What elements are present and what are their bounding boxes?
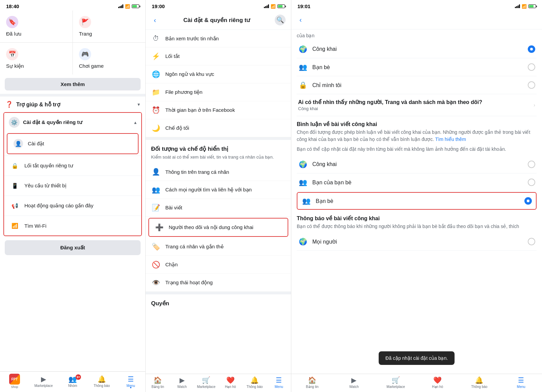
radio-friends-bottom-highlighted[interactable]: 👥 Bạn bè [297,192,537,210]
cach-moi-nguoi-row[interactable]: 👥 Cách mọi người tìm và liên hệ với bạn [146,181,291,199]
back-button-3[interactable]: ‹ [297,15,305,25]
grid-item-saved[interactable]: 🔖 Đã lưu [0,11,72,42]
nav-home-2[interactable]: 🏠 Bảng tin [146,376,170,389]
settings-section-header[interactable]: ⚙️ Cài đặt & quyền riêng tư ▴ [4,113,141,132]
chan-row[interactable]: 🚫 Chặn [146,256,291,274]
public-radio-bottom[interactable] [528,161,535,168]
nav-watch-1[interactable]: ▶ Marketplace [29,375,58,388]
status-bar-2: 19:00 📶 [146,0,291,11]
nguoi-theo-doi-label: Người theo dõi và nội dung công khai [169,224,253,230]
panel2-title: Cài đặt & quyền riêng tư [183,17,250,24]
radio-everyone-bottom[interactable]: 🌍 Mọi người [297,233,537,251]
nguoi-theo-doi-row[interactable]: ➕ Người theo dõi và nội dung công khai [149,219,288,236]
settings-section-container: ⚙️ Cài đặt & quyền riêng tư ▴ 👤 Cài đặt … [3,112,142,236]
chan-label: Chặn [165,262,178,268]
grid-item-game[interactable]: 🎮 Chơi game [73,43,145,75]
bai-viet-row[interactable]: 📝 Bài viết [146,199,291,217]
radio-fof-bottom[interactable]: 👥 Bạn của bạn bè [297,173,537,191]
radio-public-top[interactable]: 🌍 Công khai [297,40,537,58]
public-label-bottom: Công khai [312,161,528,167]
che-do-toi-row[interactable]: 🌙 Chế độ tối [146,119,291,137]
page-icon: 🚩 [79,16,91,28]
back-button-2[interactable]: ‹ [151,15,159,25]
saved-icon: 🔖 [6,16,18,28]
thong-tin-row[interactable]: 👤 Thông tin trên trang cá nhân [146,163,291,181]
nav-marketplace-3[interactable]: 🛒 Marketplace [375,376,417,389]
radio-public-bottom[interactable]: 🌍 Công khai [297,156,537,173]
friends-radio-bottom[interactable] [524,197,532,205]
nav-dating-3[interactable]: ❤️ Hẹn hò [417,376,458,389]
page-label: Trang [79,31,92,37]
file-row[interactable]: 📁 File phương tiện [146,83,291,101]
menu-grid: 🔖 Đã lưu 🚩 Trang 📅 Sự kiện 🎮 Chơi game [0,11,145,75]
radio-friends-top[interactable]: 👥 Bạn bè [297,58,537,76]
watch-icon-3: ▶ [351,376,356,384]
see-more-button[interactable]: Xem thêm [5,78,141,90]
wifi-item[interactable]: 📶 Tìm Wi-Fi [4,215,141,235]
dating-icon-3: ❤️ [433,376,442,384]
loi-tat-item[interactable]: 🔒 Lối tắt quyền riêng tư [4,156,141,176]
wifi-item-icon: 📶 [9,220,20,231]
trang-ca-nhan-row[interactable]: 🏷️ Trang cá nhân và gắn thẻ [146,238,291,256]
ngon-ngu-row[interactable]: 🌐 Ngôn ngữ và khu vực [146,65,291,83]
search-button-2[interactable]: 🔍 [275,15,286,25]
cai-dat-item[interactable]: 👤 Cài đặt [7,134,138,153]
yeu-cau-label: Yêu cầu từ thiết bị [24,183,66,189]
nav-menu-3[interactable]: ☰ Menu [500,376,542,389]
nav-home-3[interactable]: 🏠 Bảng tin [291,376,333,389]
help-section-left: ❓ Trợ giúp & hỗ trợ [5,101,60,108]
game-icon: 🎮 [79,48,91,60]
divider-1 [0,94,145,97]
nav-home-1[interactable]: FPT Shop [0,374,29,389]
cach-moi-nguoi-label: Cách mọi người tìm và liên hệ với bạn [165,187,252,193]
public-radio-top[interactable] [528,45,535,53]
only-me-radio-top[interactable] [528,81,535,89]
fof-radio-bottom[interactable] [528,179,535,186]
ban-xem-truoc-row[interactable]: ⏱ Bản xem trước tin nhắn [146,30,291,47]
nav-watch-3[interactable]: ▶ Watch [333,376,375,389]
nav-watch-2[interactable]: ▶ Watch [170,376,194,389]
friends-radio-top[interactable] [528,63,535,71]
nav-notif-label-2: Thông báo [247,385,263,389]
grid-item-page[interactable]: 🚩 Trang [73,11,145,42]
nav-notif-2[interactable]: 🔔 Thông báo [243,376,267,389]
ban-xem-truoc-label: Bản xem trước tin nhắn [165,36,219,42]
trang-thai-row[interactable]: 👁️ Trạng thái hoạt động [146,274,291,292]
settings-list: ⏱ Bản xem trước tin nhắn ⚡ Lối tắt 🌐 Ngô… [146,30,291,374]
help-section-header[interactable]: ❓ Trợ giúp & hỗ trợ ▾ [0,97,145,111]
nav-dating-label-2: Hẹn hò [225,385,236,389]
nav-dating-label-3: Hẹn hò [432,385,443,389]
public-icon-bottom: 🌍 [298,160,308,168]
divider-3 [146,292,291,294]
nav-notification-1[interactable]: 🔔 Thông báo [87,375,116,388]
nav-watch-label-2: Watch [177,385,187,389]
grid-item-event[interactable]: 📅 Sự kiện [0,43,72,75]
everyone-radio-bottom[interactable] [528,238,535,245]
section-label-top: của bạn [297,29,537,40]
learn-more-link[interactable]: Tìm hiểu thêm [435,137,466,142]
friends-icon-top: 👥 [298,63,308,71]
nguoi-theo-doi-highlighted[interactable]: ➕ Người theo dõi và nội dung công khai [148,218,288,237]
who-can-see-left: Ai có thể nhìn thấy những người, Trang v… [298,99,482,111]
loi-tat-row[interactable]: ⚡ Lối tắt [146,47,291,65]
nav-notif-3[interactable]: 🔔 Thông báo [458,376,500,389]
yeu-cau-item[interactable]: 📱 Yêu cầu từ thiết bị [4,176,141,195]
toast-notification: Đã cập nhật cài đặt của bạn. [379,351,455,365]
nav-dating-2[interactable]: ❤️ Hẹn hò [218,376,243,389]
menu-icon-3: ☰ [518,376,524,384]
who-can-see-item[interactable]: Ai có thể nhìn thấy những người, Trang v… [297,94,537,116]
nav-watch-label-1: Marketplace [34,384,53,388]
quang-cao-item[interactable]: 📢 Hoạt động quảng cáo gần đây [4,195,141,215]
thoi-gian-row[interactable]: ⏰ Thời gian bạn ở trên Facebook [146,101,291,119]
wifi-label: Tìm Wi-Fi [24,223,46,229]
permissions-label: Quyền [146,294,291,309]
nav-marketplace-2[interactable]: 🛒 Marketplace [194,376,218,389]
logout-button[interactable]: Đăng xuất [5,240,141,255]
che-do-toi-label: Chế độ tối [165,125,189,131]
panel3-content: của bạn 🌍 Công khai 👥 Bạn bè 🔒 Chỉ mình … [291,29,542,374]
nav-groups-1[interactable]: 👥 9+ Nhóm [58,375,87,388]
nav-menu-1[interactable]: ☰ Menu [116,375,145,388]
radio-only-me-top[interactable]: 🔒 Chỉ mình tôi [297,76,537,94]
cai-dat-item-highlighted[interactable]: 👤 Cài đặt [7,133,139,154]
nav-menu-2[interactable]: ☰ Menu [267,376,291,389]
